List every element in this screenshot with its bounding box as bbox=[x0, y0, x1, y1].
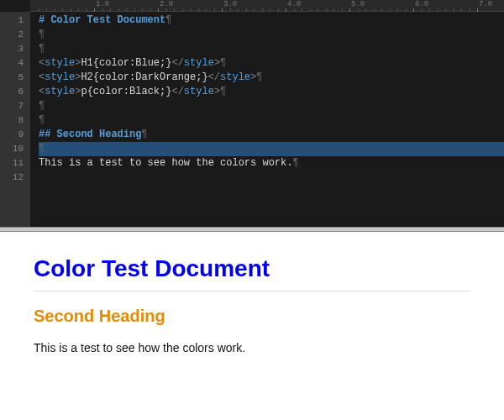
markdown-heading: ## Second Heading bbox=[39, 129, 141, 140]
line-number: 3 bbox=[0, 42, 24, 56]
line-number: 1 bbox=[0, 13, 24, 28]
code-line-3[interactable]: ¶ bbox=[39, 42, 504, 56]
ruler: 1.02.03.04.05.06.07.0 bbox=[30, 0, 504, 12]
line-number: 2 bbox=[0, 28, 24, 42]
pilcrow-icon: ¶ bbox=[165, 14, 171, 26]
preview-heading-2: Second Heading bbox=[34, 307, 470, 326]
pilcrow-icon: ¶ bbox=[39, 43, 45, 55]
pilcrow-icon: ¶ bbox=[39, 29, 45, 40]
pilcrow-icon: ¶ bbox=[292, 157, 298, 169]
line-number: 9 bbox=[0, 128, 24, 142]
code-line-8[interactable]: ¶ bbox=[39, 113, 504, 128]
code-line-9[interactable]: ## Second Heading¶ bbox=[39, 128, 504, 142]
editor-body: 123456789101112 # Color Test Document¶ ¶… bbox=[0, 12, 504, 227]
pilcrow-icon: ¶ bbox=[220, 86, 226, 97]
line-number: 7 bbox=[0, 99, 24, 113]
pilcrow-icon: ¶ bbox=[39, 114, 45, 126]
pilcrow-icon: ¶ bbox=[220, 57, 226, 69]
pilcrow-icon: ¶ bbox=[39, 100, 45, 112]
line-number: 10 bbox=[0, 142, 24, 156]
preview-paragraph: This is a test to see how the colors wor… bbox=[34, 341, 470, 354]
code-line-2[interactable]: ¶ bbox=[39, 28, 504, 42]
code-line-4[interactable]: <style>H1{color:Blue;}</style>¶ bbox=[39, 56, 504, 71]
line-number-gutter: 123456789101112 bbox=[0, 12, 30, 227]
code-line-10-selected[interactable]: ¶ bbox=[39, 142, 504, 156]
preview-heading-1: Color Test Document bbox=[34, 255, 470, 282]
line-number: 12 bbox=[0, 171, 24, 185]
code-line-6[interactable]: <style>p{color:Black;}</style>¶ bbox=[39, 85, 504, 99]
markdown-heading: # Color Test Document bbox=[39, 14, 165, 26]
code-line-5[interactable]: <style>H2{color:DarkOrange;}</style>¶ bbox=[39, 71, 504, 85]
code-line-7[interactable]: ¶ bbox=[39, 99, 504, 113]
line-number: 8 bbox=[0, 113, 24, 128]
line-number: 11 bbox=[0, 156, 24, 171]
code-line-1[interactable]: # Color Test Document¶ bbox=[39, 13, 504, 28]
pilcrow-icon: ¶ bbox=[39, 143, 45, 155]
preview-divider bbox=[34, 291, 470, 291]
pilcrow-icon: ¶ bbox=[141, 129, 147, 140]
line-number: 4 bbox=[0, 56, 24, 71]
code-line-12[interactable] bbox=[39, 171, 504, 185]
pilcrow-icon: ¶ bbox=[256, 71, 262, 83]
line-number: 5 bbox=[0, 71, 24, 85]
editor-pane: 1.02.03.04.05.06.07.0 123456789101112 # … bbox=[0, 0, 504, 227]
code-line-11[interactable]: This is a test to see how the colors wor… bbox=[39, 156, 504, 171]
code-area[interactable]: # Color Test Document¶ ¶ ¶ <style>H1{col… bbox=[30, 12, 504, 227]
line-number: 6 bbox=[0, 85, 24, 99]
preview-pane: Color Test Document Second Heading This … bbox=[0, 232, 504, 420]
